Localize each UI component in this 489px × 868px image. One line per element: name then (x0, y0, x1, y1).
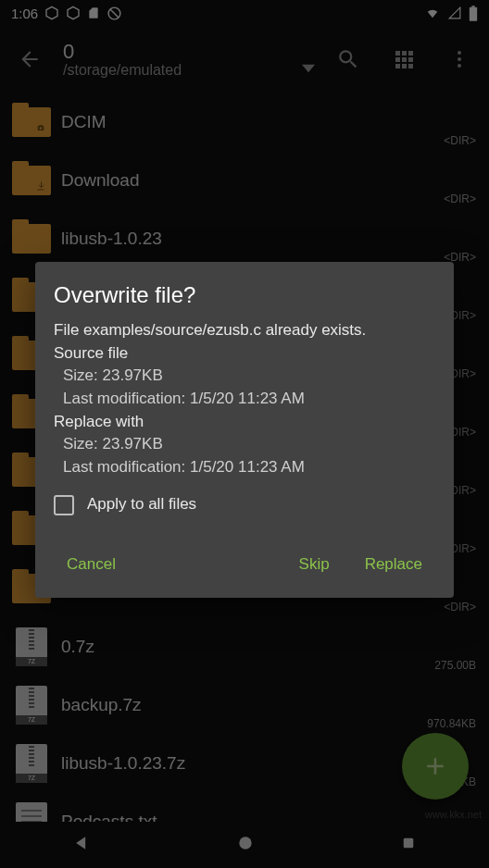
source-size: Size: 23.97KB (54, 365, 435, 388)
replace-with-label: Replace with (54, 411, 435, 434)
source-mod: Last modification: 1/5/20 11:23 AM (54, 388, 435, 411)
skip-button[interactable]: Skip (292, 550, 337, 579)
apply-all-label: Apply to all files (87, 493, 196, 516)
cancel-button[interactable]: Cancel (59, 550, 123, 579)
dialog-exists-text: File examples/source/ezusb.c already exi… (54, 319, 435, 342)
dialog-title: Overwrite file? (54, 282, 435, 308)
replace-size: Size: 23.97KB (54, 433, 435, 456)
replace-mod: Last modification: 1/5/20 11:23 AM (54, 456, 435, 479)
overwrite-dialog: Overwrite file? File examples/source/ezu… (35, 262, 454, 598)
apply-all-row[interactable]: Apply to all files (54, 493, 435, 516)
apply-all-checkbox[interactable] (54, 495, 74, 515)
replace-button[interactable]: Replace (357, 550, 430, 579)
source-file-label: Source file (54, 342, 435, 366)
